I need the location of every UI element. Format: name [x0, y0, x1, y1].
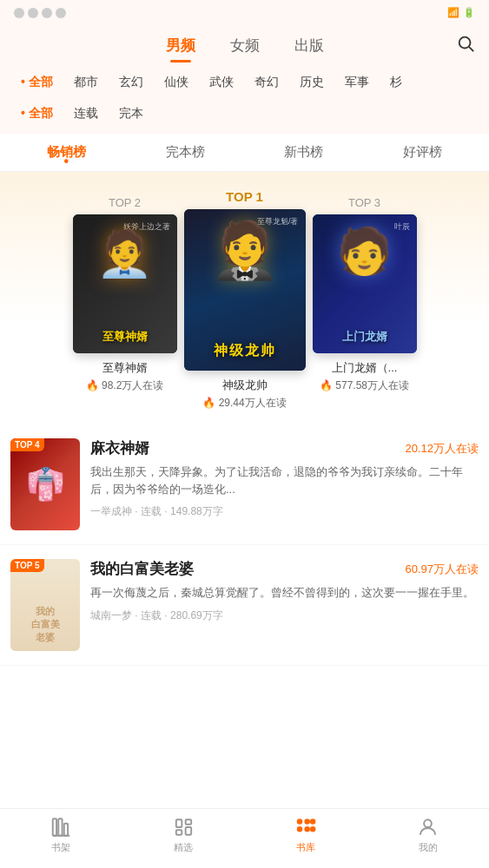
status-bar-right: 📶 🔋 [447, 7, 475, 18]
battery-icon: 🔋 [463, 7, 475, 18]
top4-cover-wrap: 👘 TOP 4 [10, 438, 80, 530]
top1-readers: 🔥 29.44万人在读 [202, 396, 286, 411]
search-icon [456, 34, 475, 53]
top4-title: 麻衣神婿 [90, 438, 149, 458]
top3-cover: 叶辰 🧑 上门龙婿 [313, 214, 417, 353]
top5-readers: 60.97万人在读 [405, 562, 479, 577]
top3-title: 上门龙婿（... [332, 360, 398, 376]
book-list: 👘 TOP 4 麻衣神婿 20.12万人在读 我出生那天，天降异象。为了让我活命… [0, 424, 489, 666]
top2-cover: 妖斧上边之著 🧑‍💼 至尊神婿 [73, 214, 177, 353]
top5-meta: 城南一梦 · 连载 · 280.69万字 [90, 608, 479, 623]
top2-badge: TOP 2 [109, 196, 141, 209]
status-complete[interactable]: 完本 [109, 102, 154, 125]
top3-podium: TOP 2 妖斧上边之著 🧑‍💼 至尊神婿 至尊神婿 🔥 98.2万人在读 [0, 172, 489, 424]
top4-title-row: 麻衣神婿 20.12万人在读 [90, 438, 479, 458]
top2-card[interactable]: TOP 2 妖斧上边之著 🧑‍💼 至尊神婿 至尊神婿 🔥 98.2万人在读 [73, 196, 177, 393]
rank-tab-bestseller[interactable]: 畅销榜 [7, 134, 126, 171]
top2-cover-title: 至尊神婿 [102, 329, 148, 345]
top1-title: 神级龙帅 [222, 378, 268, 393]
rank-tabs: 畅销榜 完本榜 新书榜 好评榜 [0, 134, 489, 172]
top3-card[interactable]: TOP 3 叶辰 🧑 上门龙婿 上门龙婿（... 🔥 577.58万人在读 [313, 196, 417, 393]
status-all[interactable]: 全部 [10, 102, 63, 125]
top5-info: 我的白富美老婆 60.97万人在读 再一次侮蔑之后，秦城总算觉醒了。曾经不曾得到… [90, 559, 479, 623]
status-filter: 全部 连载 完本 [0, 102, 489, 134]
status-ongoing[interactable]: 连载 [63, 102, 109, 125]
top3-cover-title: 上门龙婿 [342, 329, 387, 345]
status-bar-dots [14, 8, 66, 18]
top5-desc: 再一次侮蔑之后，秦城总算觉醒了。曾经不曾得到的，这次要一一握在手里。 [90, 584, 479, 602]
top4-rank-badge: TOP 4 [10, 438, 44, 451]
list-item-top4[interactable]: 👘 TOP 4 麻衣神婿 20.12万人在读 我出生那天，天降异象。为了让我活命… [0, 424, 489, 545]
rank-tab-goodreview[interactable]: 好评榜 [363, 134, 482, 171]
genre-more[interactable]: 杉 [380, 71, 413, 94]
svg-point-0 [459, 37, 471, 49]
genre-filter: 全部 都市 玄幻 仙侠 武侠 奇幻 历史 军事 杉 [0, 62, 489, 102]
status-bar: 📶 🔋 [0, 0, 489, 22]
top3-author: 叶辰 [394, 221, 410, 233]
top3-readers: 🔥 577.58万人在读 [320, 378, 409, 393]
genre-xianxia[interactable]: 仙侠 [154, 71, 199, 94]
top2-title: 至尊神婿 [102, 360, 148, 376]
top1-card[interactable]: TOP 1 至尊龙魁/著 🤵 神级龙帅 神级龙帅 🔥 29.44万人在读 [184, 189, 306, 411]
top4-info: 麻衣神婿 20.12万人在读 我出生那天，天降异象。为了让我活命，退隐的爷爷为我… [90, 438, 479, 519]
search-button[interactable] [456, 34, 475, 57]
list-item-top5[interactable]: 我的白富美老婆 TOP 5 我的白富美老婆 60.97万人在读 再一次侮蔑之后，… [0, 545, 489, 666]
top5-rank-badge: TOP 5 [10, 559, 44, 572]
svg-line-1 [469, 47, 473, 51]
tab-male[interactable]: 男频 [149, 29, 213, 62]
top5-title-row: 我的白富美老婆 60.97万人在读 [90, 559, 479, 579]
rank-tab-newbook[interactable]: 新书榜 [245, 134, 364, 171]
top-nav: 男频 女频 出版 [0, 22, 489, 62]
top5-title: 我的白富美老婆 [90, 559, 194, 579]
genre-scifi[interactable]: 奇幻 [244, 71, 289, 94]
top2-readers: 🔥 98.2万人在读 [86, 378, 164, 393]
top5-cover-wrap: 我的白富美老婆 TOP 5 [10, 559, 80, 651]
genre-all[interactable]: 全部 [10, 71, 63, 94]
top1-cover: 至尊龙魁/著 🤵 神级龙帅 [184, 209, 306, 371]
tab-publish[interactable]: 出版 [277, 29, 341, 62]
wifi-icon: 📶 [447, 7, 459, 18]
genre-military[interactable]: 军事 [334, 71, 380, 94]
top1-badge: TOP 1 [226, 189, 263, 204]
genre-fantasy[interactable]: 玄幻 [109, 71, 154, 94]
tab-female[interactable]: 女频 [213, 29, 277, 62]
top4-meta: 一举成神 · 连载 · 149.88万字 [90, 504, 479, 519]
top3-badge: TOP 3 [348, 196, 380, 209]
genre-urban[interactable]: 都市 [63, 71, 109, 94]
rank-tab-complete[interactable]: 完本榜 [126, 134, 245, 171]
top4-desc: 我出生那天，天降异象。为了让我活命，退隐的爷爷为我订亲续命。二十年后，因为爷爷给… [90, 464, 479, 497]
top4-cover: 👘 [10, 438, 80, 530]
top4-readers: 20.12万人在读 [405, 441, 479, 457]
genre-history[interactable]: 历史 [289, 71, 334, 94]
top1-cover-title: 神级龙帅 [214, 342, 276, 360]
genre-wuxia[interactable]: 武侠 [199, 71, 244, 94]
top5-cover: 我的白富美老婆 [10, 559, 80, 651]
